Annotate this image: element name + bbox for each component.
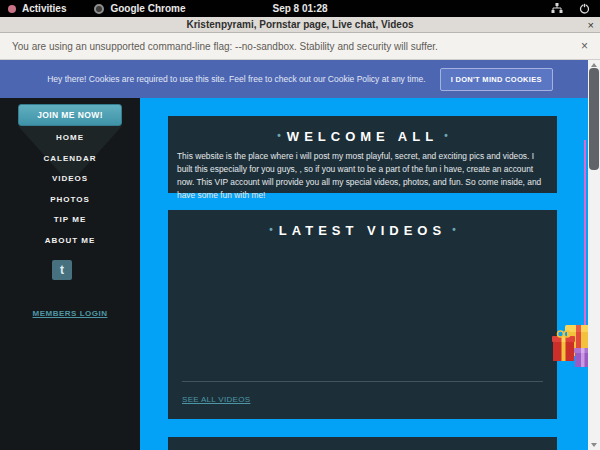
welcome-title-text: WELCOME ALL bbox=[287, 129, 438, 144]
scrollbar-thumb[interactable] bbox=[589, 68, 599, 170]
sidebar-item-photos[interactable]: PHOTOS bbox=[0, 190, 140, 211]
sidebar-item-videos[interactable]: VIDEOS bbox=[0, 169, 140, 190]
activities-indicator-icon bbox=[8, 5, 16, 13]
browser-viewport: Hey there! Cookies are required to use t… bbox=[0, 60, 600, 450]
decor-dot-icon: • bbox=[271, 130, 287, 141]
videos-divider bbox=[182, 381, 543, 382]
cookie-message: Hey there! Cookies are required to use t… bbox=[47, 74, 425, 84]
tumblr-icon[interactable]: t bbox=[52, 260, 72, 280]
members-login-link[interactable]: MEMBERS LOGIN bbox=[0, 309, 140, 318]
decor-dot-icon: • bbox=[263, 224, 279, 235]
see-all-videos-link[interactable]: SEE ALL VIDEOS bbox=[182, 395, 250, 404]
focused-app-menu[interactable]: Google Chrome bbox=[94, 3, 185, 14]
focused-app-label: Google Chrome bbox=[110, 3, 185, 14]
sidebar-item-home[interactable]: HOME bbox=[0, 128, 140, 149]
scroll-up-arrow-icon[interactable] bbox=[591, 63, 597, 67]
latest-videos-title-text: LATEST VIDEOS bbox=[279, 223, 446, 238]
pink-edge-line bbox=[584, 140, 586, 328]
sidebar-item-about-me[interactable]: ABOUT ME bbox=[0, 231, 140, 252]
welcome-panel: •WELCOME ALL• This website is the place … bbox=[168, 116, 557, 193]
main-content: •WELCOME ALL• This website is the place … bbox=[140, 98, 600, 450]
power-icon[interactable] bbox=[579, 3, 590, 14]
window-titlebar[interactable]: Kristenpyrami, Pornstar page, Live chat,… bbox=[0, 17, 600, 33]
sidebar-menu: HOME CALENDAR VIDEOS PHOTOS TIP ME ABOUT… bbox=[0, 128, 140, 251]
window-close-icon[interactable]: × bbox=[588, 17, 594, 33]
scroll-down-arrow-icon[interactable] bbox=[591, 443, 597, 447]
screen: Activities Google Chrome Sep 8 01:28 bbox=[0, 0, 600, 450]
infobar-close-icon[interactable]: × bbox=[581, 39, 588, 53]
cookie-banner: Hey there! Cookies are required to use t… bbox=[0, 60, 600, 98]
gifts-tip-icon[interactable] bbox=[552, 322, 592, 372]
page-scrollbar[interactable] bbox=[588, 60, 600, 450]
welcome-title: •WELCOME ALL• bbox=[168, 116, 557, 144]
system-top-bar: Activities Google Chrome Sep 8 01:28 bbox=[0, 0, 600, 17]
activities-button[interactable]: Activities bbox=[22, 3, 66, 14]
next-section-panel bbox=[168, 437, 557, 450]
decor-dot-icon: • bbox=[446, 224, 462, 235]
chrome-infobar: You are using an unsupported command-lin… bbox=[0, 33, 600, 60]
network-icon[interactable] bbox=[551, 3, 563, 14]
latest-videos-panel: •LATEST VIDEOS• SEE ALL VIDEOS bbox=[168, 210, 557, 419]
cookie-accept-button[interactable]: I DON'T MIND COOKIES bbox=[440, 68, 553, 91]
sidebar-item-tip-me[interactable]: TIP ME bbox=[0, 210, 140, 231]
sidebar-item-calendar[interactable]: CALENDAR bbox=[0, 149, 140, 170]
latest-videos-title: •LATEST VIDEOS• bbox=[168, 210, 557, 238]
join-me-now-button[interactable]: JOIN ME NOW! bbox=[18, 104, 122, 126]
sidebar: JOIN ME NOW! HOME CALENDAR VIDEOS PHOTOS… bbox=[0, 98, 140, 450]
decor-dot-icon: • bbox=[438, 130, 454, 141]
page-body: JOIN ME NOW! HOME CALENDAR VIDEOS PHOTOS… bbox=[0, 98, 600, 450]
welcome-body: This website is the place where i will p… bbox=[177, 150, 548, 202]
chrome-app-icon bbox=[94, 4, 104, 14]
infobar-message: You are using an unsupported command-lin… bbox=[12, 41, 438, 52]
window-title: Kristenpyrami, Pornstar page, Live chat,… bbox=[0, 19, 600, 30]
